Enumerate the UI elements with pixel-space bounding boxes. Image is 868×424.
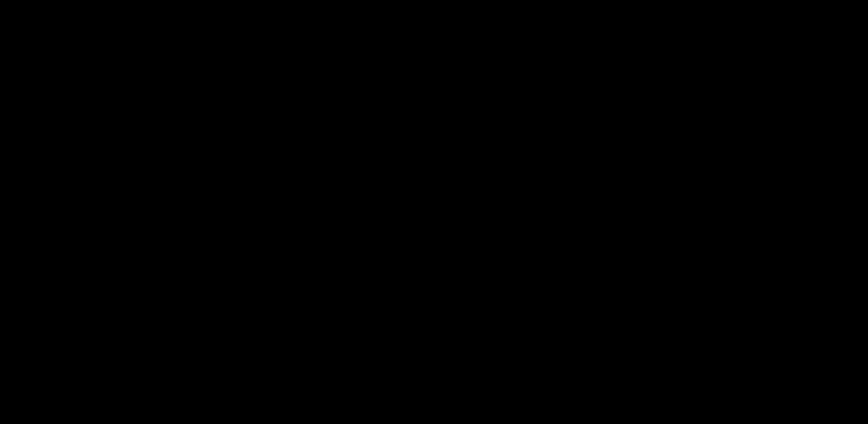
htop-terminal [0,0,868,424]
